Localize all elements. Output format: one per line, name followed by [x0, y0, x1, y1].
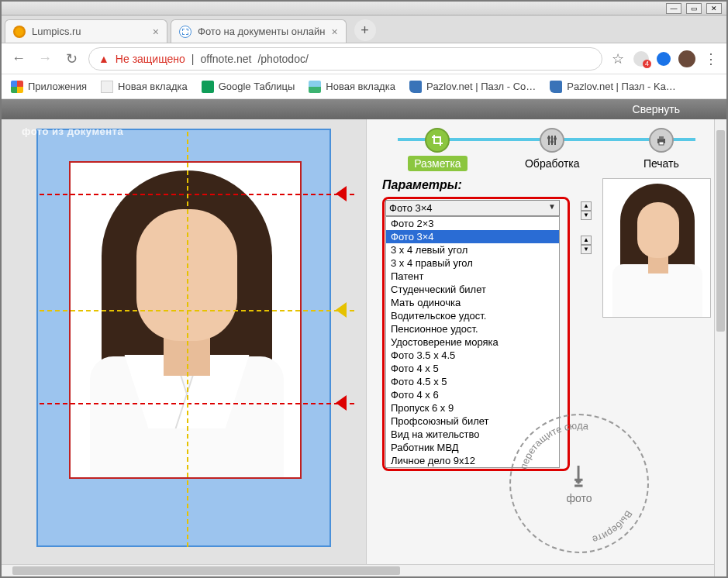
dropdown-option[interactable]: 3 х 4 левый угол — [386, 243, 559, 256]
reload-button[interactable]: ↻ — [62, 50, 81, 67]
printer-icon — [649, 128, 674, 153]
globe-icon[interactable] — [657, 52, 671, 66]
security-label: Не защищено — [116, 53, 185, 65]
address-bar: ← → ↻ ▲ Не защищено | offnote.net/photod… — [2, 43, 726, 74]
photo-dropzone[interactable]: Выберите перетащите сюда ⭳ фото — [509, 414, 649, 553]
dropdown-option[interactable]: Фото 3×4 — [386, 230, 559, 243]
bookmarks-bar: Приложения Новая вкладка Google Таблицы … — [2, 74, 726, 99]
url-separator: | — [191, 53, 195, 65]
dropdown-option[interactable]: Фото 3.5 х 4.5 — [386, 349, 559, 362]
svg-text:перетащите сюда: перетащите сюда — [517, 420, 590, 471]
menu-dots-icon[interactable]: ⋮ — [703, 51, 719, 67]
dropdown-option[interactable]: 3 х 4 правый угол — [386, 256, 559, 270]
svg-point-0 — [547, 136, 550, 139]
step-label: Разметка — [408, 156, 468, 171]
bookmark-item[interactable]: Google Таблицы — [202, 81, 295, 93]
dropdown-option[interactable]: Патент — [386, 270, 559, 283]
tab-lumpics[interactable]: Lumpics.ru × — [5, 19, 167, 43]
bookmark-apps[interactable]: Приложения — [11, 81, 87, 93]
extension-badge-icon[interactable] — [633, 51, 649, 67]
guide-marker-mid[interactable] — [336, 302, 347, 318]
dropdown-selected[interactable]: Фото 3×4 — [385, 200, 560, 216]
guide-marker-bottom[interactable] — [336, 395, 347, 411]
bookmark-star-icon[interactable]: ☆ — [610, 51, 626, 67]
apps-icon — [11, 81, 23, 93]
bookmark-label: Приложения — [28, 81, 87, 92]
url-host: offnote.net — [201, 53, 252, 65]
bookmark-item[interactable]: Pazlov.net | Пазл - Ka… — [550, 81, 676, 93]
sheets-icon — [202, 81, 214, 93]
favicon-photodoc-icon — [179, 26, 191, 38]
sliders-icon — [540, 128, 564, 153]
crop-frame[interactable] — [69, 161, 302, 479]
tab-close-button[interactable]: × — [331, 26, 337, 38]
photo-preview — [71, 163, 300, 477]
step-markup[interactable]: Разметка — [408, 128, 468, 171]
close-window-button[interactable]: ✕ — [706, 3, 722, 14]
collapse-button[interactable]: Свернуть — [633, 103, 680, 115]
page-content: Свернуть фото из документа — [2, 99, 726, 576]
dropdown-option[interactable]: Мать одиночка — [386, 296, 559, 309]
photo-canvas[interactable] — [36, 129, 331, 547]
bookmark-item[interactable]: Pazlov.net | Пазл - Co… — [409, 81, 536, 93]
tab-title: Lumpics.ru — [32, 26, 81, 37]
bookmark-item[interactable]: Новая вкладка — [101, 81, 188, 93]
svg-text:Выберите: Выберите — [591, 508, 635, 545]
tabbar: Lumpics.ru × Фото на документы онлайн × … — [2, 15, 726, 43]
puzzle-icon — [550, 81, 562, 93]
bookmark-label: Pazlov.net | Пазл - Ka… — [567, 81, 676, 92]
stepper-up-button[interactable]: ▲ — [581, 201, 592, 211]
url-input[interactable]: ▲ Не защищено | offnote.net/photodoc/ — [88, 47, 602, 71]
step-processing[interactable]: Обработка — [519, 128, 586, 171]
guide-marker-top[interactable] — [336, 186, 347, 201]
dropdown-option[interactable]: Фото 4 х 6 — [386, 388, 559, 401]
tab-photodoc[interactable]: Фото на документы онлайн × — [171, 19, 347, 43]
right-panel: Разметка Обработка Печать Параметры: — [366, 119, 726, 576]
result-preview — [602, 178, 711, 318]
step-print[interactable]: Печать — [637, 128, 685, 171]
bookmark-item[interactable]: Новая вкладка — [309, 81, 395, 93]
dropdown-option[interactable]: Удостоверение моряка — [386, 335, 559, 349]
svg-point-1 — [550, 140, 554, 143]
stepper-down-button[interactable]: ▼ — [581, 245, 592, 254]
size-stepper: ▲ ▼ ▲ ▼ — [581, 201, 592, 254]
photo-editor: фото из документа — [2, 119, 366, 576]
dropdown-option[interactable]: Пропуск 6 х 9 — [386, 401, 559, 415]
page-icon — [101, 81, 113, 93]
new-tab-button[interactable]: + — [354, 19, 376, 41]
workflow-steps: Разметка Обработка Печать — [367, 119, 726, 174]
forward-button[interactable]: → — [36, 50, 54, 67]
favicon-lumpics-icon — [13, 26, 26, 38]
maximize-button[interactable]: ▭ — [686, 3, 702, 14]
image-icon — [309, 81, 321, 93]
step-label: Обработка — [519, 156, 586, 171]
minimize-button[interactable]: — — [666, 3, 681, 14]
dropdown-option[interactable]: Студенческий билет — [386, 283, 559, 296]
url-path: /photodoc/ — [257, 53, 308, 65]
stepper-up-button[interactable]: ▲ — [581, 236, 592, 245]
editor-overlay-title: фото из документа — [22, 126, 123, 137]
page-horizontal-scrollbar[interactable] — [2, 564, 714, 576]
svg-point-2 — [554, 137, 557, 140]
dropzone-circular-text: Выберите перетащите сюда — [511, 415, 647, 552]
page-vertical-scrollbar[interactable] — [714, 119, 726, 576]
step-label: Печать — [637, 156, 685, 171]
tab-title: Фото на документы онлайн — [198, 26, 325, 37]
bookmark-label: Google Таблицы — [219, 81, 295, 92]
dropdown-option[interactable]: Фото 4 х 5 — [386, 362, 559, 375]
profile-avatar[interactable] — [678, 50, 695, 67]
svg-rect-5 — [659, 142, 664, 145]
params-title: Параметры: — [382, 178, 570, 192]
bookmark-label: Pazlov.net | Пазл - Co… — [426, 81, 536, 92]
dropdown-option[interactable]: Фото 2×3 — [386, 217, 559, 230]
dropdown-option[interactable]: Фото 4.5 х 5 — [386, 375, 559, 388]
dropdown-option[interactable]: Пенсионное удост. — [386, 322, 559, 335]
back-button[interactable]: ← — [9, 50, 28, 67]
bookmark-label: Новая вкладка — [326, 81, 395, 92]
stepper-down-button[interactable]: ▼ — [581, 211, 592, 220]
window-controls: — ▭ ✕ — [2, 2, 726, 15]
dropdown-option[interactable]: Водительское удост. — [386, 309, 559, 322]
puzzle-icon — [409, 81, 422, 93]
tab-close-button[interactable]: × — [153, 26, 159, 38]
collapse-bar: Свернуть — [2, 99, 726, 119]
